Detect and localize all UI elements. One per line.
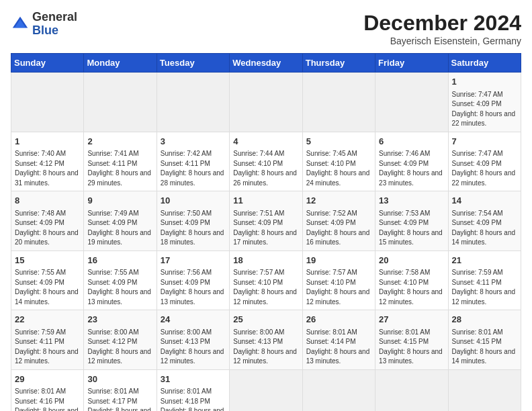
day-info: Sunrise: 8:01 AMSunset: 4:14 PMDaylight:… — [306, 328, 371, 367]
day-number: 17 — [161, 254, 226, 267]
calendar-week-row: 29Sunrise: 8:01 AMSunset: 4:16 PMDayligh… — [11, 369, 521, 411]
calendar-week-row: 1Sunrise: 7:40 AMSunset: 4:12 PMDaylight… — [11, 132, 521, 191]
day-number: 2 — [87, 135, 152, 148]
calendar-day-cell: 20Sunrise: 7:58 AMSunset: 4:10 PMDayligh… — [375, 250, 448, 310]
day-info: Sunrise: 8:01 AMSunset: 4:16 PMDaylight:… — [15, 387, 80, 411]
day-number: 11 — [233, 194, 298, 208]
calendar-week-row: 22Sunrise: 7:59 AMSunset: 4:11 PMDayligh… — [11, 310, 521, 370]
day-number: 18 — [233, 254, 298, 267]
day-number: 16 — [87, 254, 152, 267]
day-number: 22 — [15, 313, 80, 326]
day-number: 20 — [379, 254, 444, 267]
day-info: Sunrise: 7:57 AMSunset: 4:10 PMDaylight:… — [306, 268, 371, 307]
day-info: Sunrise: 7:57 AMSunset: 4:10 PMDaylight:… — [233, 268, 298, 307]
calendar-day-cell: 2Sunrise: 7:41 AMSunset: 4:11 PMDaylight… — [84, 132, 157, 191]
day-info: Sunrise: 7:51 AMSunset: 4:09 PMDaylight:… — [233, 209, 298, 248]
logo: General Blue — [11, 11, 77, 38]
calendar-day-cell: 26Sunrise: 8:01 AMSunset: 4:14 PMDayligh… — [302, 310, 375, 370]
day-info: Sunrise: 7:59 AMSunset: 4:11 PMDaylight:… — [452, 268, 517, 307]
calendar-day-cell: 21Sunrise: 7:59 AMSunset: 4:11 PMDayligh… — [448, 250, 521, 310]
calendar-day-cell — [11, 73, 84, 132]
calendar-day-cell — [230, 369, 302, 411]
calendar-header-day: Friday — [375, 54, 448, 73]
day-number: 10 — [161, 194, 226, 208]
calendar-header-day: Monday — [84, 54, 157, 73]
logo-text-blue: Blue — [32, 24, 77, 38]
calendar-day-cell — [448, 369, 521, 411]
day-number: 23 — [87, 313, 152, 326]
calendar-day-cell: 30Sunrise: 8:01 AMSunset: 4:17 PMDayligh… — [84, 369, 157, 411]
calendar-day-cell: 25Sunrise: 8:00 AMSunset: 4:13 PMDayligh… — [230, 310, 302, 370]
calendar-week-row: 8Sunrise: 7:48 AMSunset: 4:09 PMDaylight… — [11, 191, 521, 251]
month-title: December 2024 — [363, 11, 521, 36]
day-info: Sunrise: 7:49 AMSunset: 4:09 PMDaylight:… — [87, 209, 152, 248]
day-number: 21 — [452, 254, 517, 267]
day-number: 30 — [87, 373, 152, 386]
calendar-header-row: SundayMondayTuesdayWednesdayThursdayFrid… — [11, 54, 521, 73]
calendar-day-cell: 31Sunrise: 8:01 AMSunset: 4:18 PMDayligh… — [157, 369, 229, 411]
day-info: Sunrise: 7:58 AMSunset: 4:10 PMDaylight:… — [379, 268, 444, 307]
logo-text-general: General — [32, 11, 77, 24]
page-header: General Blue December 2024 Bayerisch Eis… — [11, 11, 521, 46]
calendar-header-day: Thursday — [302, 54, 375, 73]
calendar-day-cell: 17Sunrise: 7:56 AMSunset: 4:09 PMDayligh… — [157, 250, 229, 310]
day-info: Sunrise: 7:45 AMSunset: 4:10 PMDaylight:… — [306, 149, 371, 188]
calendar-day-cell: 29Sunrise: 8:01 AMSunset: 4:16 PMDayligh… — [11, 369, 84, 411]
calendar-day-cell: 22Sunrise: 7:59 AMSunset: 4:11 PMDayligh… — [11, 310, 84, 370]
calendar-week-row: 1Sunrise: 7:47 AMSunset: 4:09 PMDaylight… — [11, 73, 521, 132]
calendar-day-cell: 1Sunrise: 7:47 AMSunset: 4:09 PMDaylight… — [448, 73, 521, 132]
calendar-day-cell: 7Sunrise: 7:47 AMSunset: 4:09 PMDaylight… — [448, 132, 521, 191]
calendar-day-cell: 13Sunrise: 7:53 AMSunset: 4:09 PMDayligh… — [375, 191, 448, 251]
calendar-header-day: Saturday — [448, 54, 521, 73]
calendar-day-cell: 11Sunrise: 7:51 AMSunset: 4:09 PMDayligh… — [230, 191, 302, 251]
calendar-body: 1Sunrise: 7:47 AMSunset: 4:09 PMDaylight… — [11, 73, 521, 412]
day-number: 29 — [15, 373, 80, 386]
day-info: Sunrise: 8:00 AMSunset: 4:13 PMDaylight:… — [233, 328, 298, 367]
day-info: Sunrise: 7:47 AMSunset: 4:09 PMDaylight:… — [452, 90, 517, 129]
calendar-day-cell: 3Sunrise: 7:42 AMSunset: 4:11 PMDaylight… — [157, 132, 229, 191]
calendar-day-cell: 28Sunrise: 8:01 AMSunset: 4:15 PMDayligh… — [448, 310, 521, 370]
calendar-day-cell — [375, 369, 448, 411]
day-number: 1 — [452, 75, 517, 89]
calendar-day-cell: 5Sunrise: 7:45 AMSunset: 4:10 PMDaylight… — [302, 132, 375, 191]
day-info: Sunrise: 8:00 AMSunset: 4:13 PMDaylight:… — [161, 328, 226, 367]
day-info: Sunrise: 7:41 AMSunset: 4:11 PMDaylight:… — [87, 149, 152, 188]
day-number: 13 — [379, 194, 444, 208]
logo-icon — [11, 15, 30, 34]
calendar-day-cell: 15Sunrise: 7:55 AMSunset: 4:09 PMDayligh… — [11, 250, 84, 310]
day-info: Sunrise: 8:01 AMSunset: 4:18 PMDaylight:… — [161, 387, 226, 411]
calendar-week-row: 15Sunrise: 7:55 AMSunset: 4:09 PMDayligh… — [11, 250, 521, 310]
day-number: 28 — [452, 313, 517, 326]
calendar-day-cell: 18Sunrise: 7:57 AMSunset: 4:10 PMDayligh… — [230, 250, 302, 310]
day-number: 6 — [379, 135, 444, 148]
calendar-day-cell: 6Sunrise: 7:46 AMSunset: 4:09 PMDaylight… — [375, 132, 448, 191]
day-info: Sunrise: 7:48 AMSunset: 4:09 PMDaylight:… — [15, 209, 80, 248]
day-info: Sunrise: 7:50 AMSunset: 4:09 PMDaylight:… — [161, 209, 226, 248]
day-number: 19 — [306, 254, 371, 267]
day-info: Sunrise: 7:55 AMSunset: 4:09 PMDaylight:… — [87, 268, 152, 307]
day-number: 14 — [452, 194, 517, 208]
day-number: 7 — [452, 135, 517, 148]
calendar-day-cell — [375, 73, 448, 132]
day-number: 9 — [87, 194, 152, 208]
calendar-day-cell: 16Sunrise: 7:55 AMSunset: 4:09 PMDayligh… — [84, 250, 157, 310]
day-number: 27 — [379, 313, 444, 326]
day-number: 15 — [15, 254, 80, 267]
day-number: 24 — [161, 313, 226, 326]
calendar-day-cell: 9Sunrise: 7:49 AMSunset: 4:09 PMDaylight… — [84, 191, 157, 251]
day-info: Sunrise: 8:00 AMSunset: 4:12 PMDaylight:… — [87, 328, 152, 367]
calendar-day-cell — [84, 73, 157, 132]
calendar-day-cell: 1Sunrise: 7:40 AMSunset: 4:12 PMDaylight… — [11, 132, 84, 191]
calendar-day-cell: 23Sunrise: 8:00 AMSunset: 4:12 PMDayligh… — [84, 310, 157, 370]
calendar-day-cell: 14Sunrise: 7:54 AMSunset: 4:09 PMDayligh… — [448, 191, 521, 251]
day-info: Sunrise: 7:47 AMSunset: 4:09 PMDaylight:… — [452, 149, 517, 188]
day-info: Sunrise: 7:54 AMSunset: 4:09 PMDaylight:… — [452, 209, 517, 248]
day-info: Sunrise: 7:44 AMSunset: 4:10 PMDaylight:… — [233, 149, 298, 188]
day-number: 25 — [233, 313, 298, 326]
calendar-header-day: Tuesday — [157, 54, 229, 73]
day-info: Sunrise: 8:01 AMSunset: 4:17 PMDaylight:… — [87, 387, 152, 411]
day-info: Sunrise: 7:53 AMSunset: 4:09 PMDaylight:… — [379, 209, 444, 248]
calendar-table: SundayMondayTuesdayWednesdayThursdayFrid… — [11, 53, 521, 411]
day-number: 26 — [306, 313, 371, 326]
day-info: Sunrise: 7:56 AMSunset: 4:09 PMDaylight:… — [161, 268, 226, 307]
